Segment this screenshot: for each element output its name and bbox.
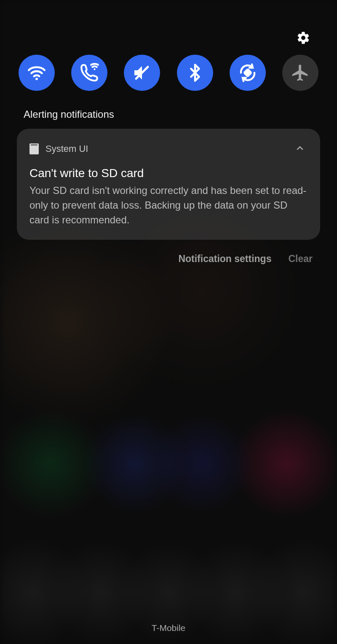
qs-tile-mute[interactable] xyxy=(124,55,160,91)
qs-tile-wifi-calling[interactable] xyxy=(71,55,107,91)
qs-settings-button[interactable] xyxy=(294,29,313,47)
airplane-icon xyxy=(291,63,310,82)
notification-title: Can't write to SD card xyxy=(29,167,308,180)
gear-icon xyxy=(296,31,310,45)
mute-icon xyxy=(132,63,152,83)
section-header-alerting: Alerting notifications xyxy=(17,109,320,120)
quick-settings-row xyxy=(17,55,320,91)
clear-button[interactable]: Clear xyxy=(288,253,313,265)
auto-rotate-icon xyxy=(238,63,258,83)
sd-card-icon xyxy=(29,143,39,154)
qs-tile-airplane-mode[interactable] xyxy=(282,55,318,91)
bluetooth-icon xyxy=(185,63,205,82)
notification-card[interactable]: System UI Can't write to SD card Your SD… xyxy=(17,129,320,240)
qs-tile-wifi[interactable] xyxy=(19,55,55,91)
notification-collapse-button[interactable] xyxy=(292,140,308,157)
notification-settings-button[interactable]: Notification settings xyxy=(178,253,271,265)
wifi-icon xyxy=(26,62,47,83)
notification-body: Your SD card isn't working correctly and… xyxy=(29,183,308,227)
svg-rect-2 xyxy=(244,69,251,77)
chevron-up-icon xyxy=(295,143,305,153)
qs-tile-bluetooth[interactable] xyxy=(177,55,213,91)
wifi-calling-icon xyxy=(79,62,100,83)
notification-app-name: System UI xyxy=(45,143,286,154)
carrier-label: T-Mobile xyxy=(0,623,337,633)
qs-tile-auto-rotate[interactable] xyxy=(230,55,266,91)
svg-point-0 xyxy=(35,78,38,80)
svg-point-1 xyxy=(94,69,96,70)
